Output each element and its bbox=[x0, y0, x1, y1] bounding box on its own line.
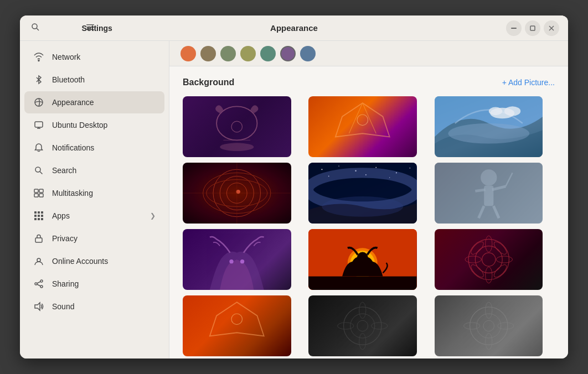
sidebar-apps-label: Apps bbox=[52, 211, 142, 220]
window-title: Appearance bbox=[270, 23, 318, 33]
search-button[interactable] bbox=[29, 20, 42, 36]
svg-point-103 bbox=[338, 323, 354, 329]
wallpaper-item-5[interactable] bbox=[308, 163, 417, 224]
accent-color-swatches bbox=[180, 46, 316, 61]
wallpaper-item-8[interactable] bbox=[308, 229, 417, 290]
svg-point-90 bbox=[465, 256, 481, 263]
svg-rect-5 bbox=[511, 28, 517, 29]
apps-icon bbox=[33, 210, 44, 221]
network-icon bbox=[33, 51, 44, 63]
sidebar-item-sharing[interactable]: Sharing bbox=[24, 273, 164, 295]
sidebar: Network Bluetooth Appe bbox=[20, 41, 169, 359]
sidebar-item-online-accounts[interactable]: Online Accounts bbox=[24, 250, 164, 272]
main-panel: Background + Add Picture... bbox=[169, 66, 568, 359]
swatch-olive[interactable] bbox=[240, 46, 256, 61]
swatch-purple[interactable] bbox=[280, 46, 296, 61]
svg-point-38 bbox=[220, 143, 254, 151]
svg-point-91 bbox=[496, 256, 512, 263]
sidebar-privacy-label: Privacy bbox=[52, 234, 156, 243]
svg-point-97 bbox=[231, 314, 243, 325]
svg-point-9 bbox=[38, 60, 39, 61]
wallpaper-item-9[interactable] bbox=[435, 229, 543, 290]
svg-rect-22 bbox=[41, 211, 43, 214]
sidebar-item-apps[interactable]: Apps ❯ bbox=[24, 205, 164, 227]
wallpaper-item-4[interactable] bbox=[183, 163, 291, 224]
svg-point-102 bbox=[359, 333, 366, 349]
svg-point-85 bbox=[468, 239, 509, 279]
wallpaper-item-11[interactable] bbox=[308, 295, 417, 356]
svg-point-32 bbox=[35, 283, 37, 285]
sidebar-item-privacy[interactable]: Privacy bbox=[24, 227, 164, 250]
sidebar-appearance-label: Appearance bbox=[52, 98, 156, 107]
svg-line-34 bbox=[37, 282, 40, 283]
svg-point-59 bbox=[322, 169, 323, 170]
svg-line-35 bbox=[37, 284, 40, 286]
sidebar-item-network[interactable]: Network bbox=[24, 46, 164, 68]
svg-rect-17 bbox=[39, 189, 43, 193]
wallpaper-item-6[interactable] bbox=[435, 163, 543, 224]
wallpaper-item-3[interactable] bbox=[435, 96, 543, 157]
maximize-button[interactable] bbox=[525, 20, 540, 36]
close-button[interactable] bbox=[544, 20, 559, 36]
svg-point-62 bbox=[376, 167, 377, 168]
swatch-viridian[interactable] bbox=[260, 46, 276, 61]
svg-point-93 bbox=[492, 240, 508, 256]
wallpaper-item-10[interactable] bbox=[183, 295, 291, 356]
svg-point-88 bbox=[485, 236, 492, 252]
sidebar-notifications-label: Notifications bbox=[52, 143, 156, 152]
add-picture-label: + Add Picture... bbox=[502, 78, 555, 87]
svg-point-71 bbox=[481, 169, 497, 185]
svg-point-0 bbox=[32, 24, 37, 29]
svg-point-46 bbox=[448, 123, 529, 144]
swatch-bark[interactable] bbox=[200, 46, 216, 61]
swatch-blue[interactable] bbox=[300, 46, 316, 61]
svg-point-60 bbox=[339, 165, 339, 166]
swatch-orange[interactable] bbox=[180, 46, 196, 61]
sidebar-multitasking-label: Multitasking bbox=[52, 189, 156, 198]
svg-line-1 bbox=[37, 28, 39, 30]
titlebar: Settings Appearance bbox=[20, 15, 568, 41]
svg-rect-21 bbox=[38, 211, 40, 214]
svg-point-99 bbox=[350, 314, 375, 338]
minimize-button[interactable] bbox=[506, 20, 522, 36]
svg-point-108 bbox=[485, 302, 492, 318]
wallpaper-item-12[interactable] bbox=[435, 295, 543, 356]
svg-point-92 bbox=[469, 240, 485, 256]
svg-point-89 bbox=[485, 267, 492, 283]
svg-point-42 bbox=[357, 115, 368, 126]
wallpaper-item-1[interactable] bbox=[183, 96, 291, 157]
sidebar-item-search[interactable]: Search bbox=[24, 159, 164, 181]
svg-point-14 bbox=[35, 167, 40, 172]
bluetooth-icon bbox=[33, 74, 44, 85]
svg-point-111 bbox=[497, 323, 513, 329]
sidebar-sound-label: Sound bbox=[52, 302, 156, 311]
svg-point-104 bbox=[372, 323, 388, 329]
svg-point-98 bbox=[344, 307, 381, 345]
svg-point-87 bbox=[482, 253, 495, 266]
sidebar-bluetooth-label: Bluetooth bbox=[52, 75, 156, 84]
sidebar-item-ubuntu-desktop[interactable]: Ubuntu Desktop bbox=[24, 114, 164, 136]
svg-point-30 bbox=[37, 258, 40, 262]
sharing-icon bbox=[33, 278, 44, 289]
svg-rect-26 bbox=[34, 218, 37, 220]
svg-rect-27 bbox=[38, 218, 40, 220]
sidebar-item-notifications[interactable]: Notifications bbox=[24, 137, 164, 159]
notifications-icon bbox=[33, 142, 44, 153]
sidebar-ubuntu-desktop-label: Ubuntu Desktop bbox=[52, 121, 156, 129]
svg-rect-11 bbox=[35, 122, 43, 127]
window-controls bbox=[506, 20, 559, 36]
swatch-sage[interactable] bbox=[220, 46, 236, 61]
sidebar-item-multitasking[interactable]: Multitasking bbox=[24, 182, 164, 204]
sidebar-item-sound[interactable]: Sound bbox=[24, 295, 164, 318]
add-picture-button[interactable]: + Add Picture... bbox=[502, 78, 555, 87]
svg-point-39 bbox=[231, 121, 243, 132]
titlebar-left: Settings bbox=[29, 20, 97, 36]
wallpaper-item-2[interactable] bbox=[308, 96, 417, 157]
svg-rect-83 bbox=[308, 277, 417, 290]
svg-point-95 bbox=[492, 263, 508, 279]
svg-point-100 bbox=[357, 320, 368, 331]
svg-rect-20 bbox=[34, 211, 37, 214]
wallpaper-item-7[interactable] bbox=[183, 229, 291, 290]
sidebar-item-bluetooth[interactable]: Bluetooth bbox=[24, 69, 164, 91]
sidebar-item-appearance[interactable]: Appearance bbox=[24, 91, 164, 113]
